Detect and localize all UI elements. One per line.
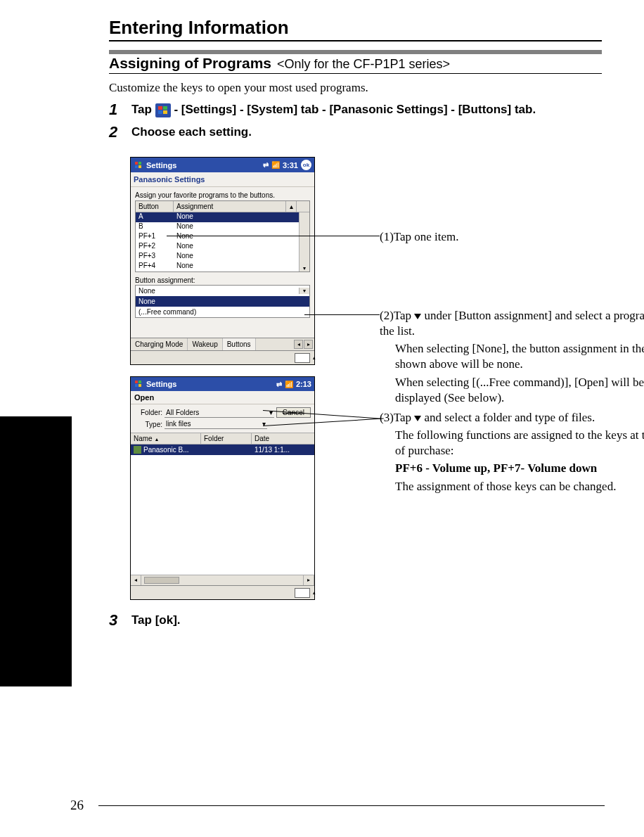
type-value: link files <box>166 420 191 428</box>
triangle-down-icon <box>414 416 421 421</box>
subtitle: Assigning of Programs <box>109 55 271 72</box>
dropdown-option-free[interactable]: (...Free command) <box>136 307 309 317</box>
speaker-icon[interactable]: 📶 <box>285 381 293 388</box>
file-icon <box>134 446 141 454</box>
svg-rect-9 <box>139 165 141 168</box>
cell-button: PF+2 <box>136 242 174 252</box>
callout-3b: and select a folder and type of files. <box>421 411 595 424</box>
ok-button[interactable]: ok <box>301 160 311 170</box>
col-folder[interactable]: Folder <box>201 433 252 444</box>
keyboard-icon[interactable] <box>295 353 310 363</box>
tab-scroll-right-icon[interactable]: ▸ <box>304 340 313 349</box>
chevron-down-icon[interactable]: ▾ <box>262 420 266 428</box>
cell-assign: None <box>174 242 286 252</box>
svg-rect-14 <box>139 384 141 387</box>
table-row[interactable]: PF+3 None <box>136 252 299 262</box>
connectivity-icon[interactable]: ⇄ <box>263 161 269 169</box>
pda1-titlebar: Settings ⇄ 📶 3:31 ok <box>131 158 314 172</box>
svg-rect-12 <box>139 381 141 383</box>
table-row[interactable]: A None <box>136 212 299 222</box>
type-dropdown[interactable]: link files ▾ <box>165 419 267 429</box>
page-number: 26 <box>70 798 84 813</box>
bottom-bar <box>131 585 314 599</box>
tab-buttons[interactable]: Buttons <box>223 338 256 350</box>
callout-2a: (2)Tap <box>380 309 414 322</box>
cell-assign: None <box>174 262 286 271</box>
annotation-line <box>167 236 380 236</box>
callout-1: (1)Tap one item. <box>380 229 644 245</box>
tab-wakeup[interactable]: Wakeup <box>188 338 222 350</box>
col-name[interactable]: Name ▲ <box>131 433 201 444</box>
cell-button: B <box>136 222 174 232</box>
cell-button: PF+3 <box>136 252 174 262</box>
table-row[interactable]: PF+4 None <box>136 262 299 271</box>
tab-charging[interactable]: Charging Mode <box>131 338 188 350</box>
chevron-down-icon[interactable]: ▾ <box>299 288 309 294</box>
svg-rect-13 <box>135 384 138 387</box>
type-label: Type: <box>134 421 162 428</box>
callout-3: (3)Tap and select a folder and type of f… <box>380 410 644 494</box>
pda1-description: Assign your favorite programs to the but… <box>135 191 310 199</box>
assignment-dropdown[interactable]: None ▾ None (...Free command) <box>135 285 310 318</box>
table-row[interactable]: B None <box>136 222 299 232</box>
svg-rect-2 <box>163 106 167 110</box>
folder-dropdown[interactable]: All Folders ▾ <box>165 408 274 418</box>
callout-2c: When selecting [None], the button assign… <box>395 341 644 372</box>
open-header: Open <box>131 391 314 404</box>
chevron-down-icon[interactable]: ▾ <box>269 409 273 416</box>
col-date[interactable]: Date <box>252 433 294 444</box>
screenshot-2-block: Settings ⇄ 📶 2:13 Open Folder: All Folde… <box>130 376 602 600</box>
scrollbar[interactable]: ▾ <box>299 212 309 271</box>
scroll-thumb[interactable] <box>144 577 179 584</box>
col-button[interactable]: Button <box>136 201 174 212</box>
intro-text: Customize the keys to open your most use… <box>109 81 602 95</box>
step-1-after: - [Settings] - [System] tab - [Panasonic… <box>174 103 536 116</box>
scroll-left-icon[interactable]: ◂ <box>131 575 141 585</box>
table-row[interactable]: PF+1 None <box>136 232 299 242</box>
pda1-subtitle: Panasonic Settings <box>131 172 314 187</box>
start-icon[interactable] <box>134 160 143 170</box>
svg-rect-4 <box>163 110 167 114</box>
speaker-icon[interactable]: 📶 <box>271 161 280 169</box>
connectivity-icon[interactable]: ⇄ <box>276 381 282 388</box>
start-icon[interactable] <box>134 379 143 389</box>
sort-icon: ▲ <box>154 437 159 442</box>
cell-button: PF+4 <box>136 262 174 271</box>
step-3: 3 Tap [ok]. <box>109 613 602 628</box>
svg-rect-11 <box>135 381 138 383</box>
horizontal-scrollbar[interactable]: ◂ ▸ <box>131 575 314 585</box>
scroll-up-icon[interactable]: ▴ <box>286 201 297 212</box>
page-title: Entering Information <box>109 17 602 41</box>
pda1-time: 3:31 <box>283 161 298 170</box>
file-date: 11/13 1:1... <box>252 445 294 455</box>
step-2: 2 Choose each setting. <box>109 124 602 140</box>
keyboard-icon[interactable] <box>295 588 310 598</box>
cell-button: PF+1 <box>136 232 174 242</box>
pda2-titlebar: Settings ⇄ 📶 2:13 <box>131 377 314 391</box>
file-folder <box>201 445 252 455</box>
tab-scroll-left-icon[interactable]: ◂ <box>294 340 303 349</box>
pda-screenshot-1: Settings ⇄ 📶 3:31 ok Panasonic Settings … <box>130 157 315 365</box>
callout-3d: PF+6 - Volume up, PF+7- Volume down <box>395 461 644 476</box>
list-item[interactable]: Panasonic B... 11/13 1:1... <box>131 445 314 455</box>
file-list-blank <box>131 455 314 575</box>
col-name-text: Name <box>134 435 153 442</box>
scroll-down-icon[interactable]: ▾ <box>303 265 306 271</box>
pda2-title-text: Settings <box>146 380 176 388</box>
col-assignment[interactable]: Assignment <box>174 201 286 212</box>
table-row[interactable]: PF+2 None <box>136 242 299 252</box>
dropdown-option-selected[interactable]: None <box>136 296 309 307</box>
step-1-text: Tap - [Settings] - [System] tab - [Panas… <box>131 102 536 117</box>
windows-flag-icon <box>155 103 171 117</box>
cell-button: A <box>136 212 174 222</box>
button-grid: Button Assignment ▴ A None B Non <box>135 200 310 272</box>
step-3-number: 3 <box>109 613 124 628</box>
type-row: Type: link files ▾ <box>131 419 314 430</box>
tabs-row: Charging Mode Wakeup Buttons ◂ ▸ <box>131 338 314 350</box>
cell-assign: None <box>174 212 286 222</box>
pda2-time: 2:13 <box>296 380 311 388</box>
subtitle-row: Assigning of Programs <Only for the CF-P… <box>109 50 602 74</box>
step-2-number: 2 <box>109 124 124 140</box>
scroll-right-icon[interactable]: ▸ <box>304 575 314 585</box>
svg-rect-7 <box>139 162 141 165</box>
